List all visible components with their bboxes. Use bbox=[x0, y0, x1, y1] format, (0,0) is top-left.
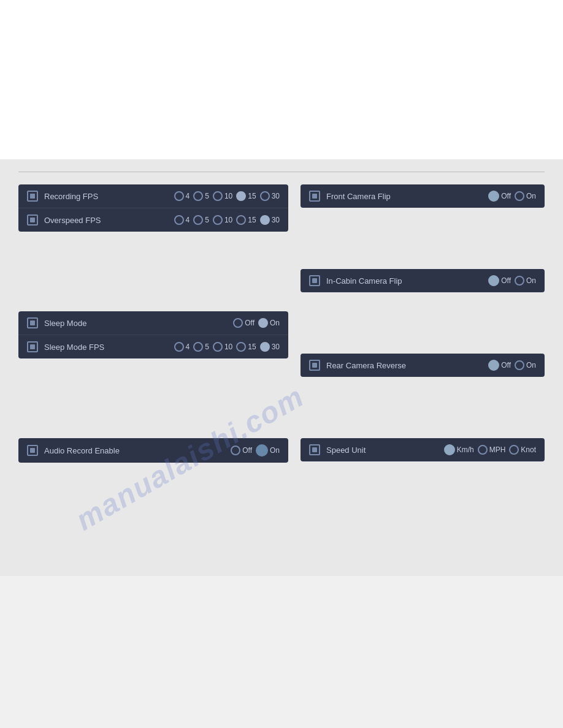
overspeed-fps-30-label: 30 bbox=[272, 216, 280, 224]
sleep-fps-10-circle[interactable] bbox=[213, 342, 223, 352]
recording-fps-4-circle[interactable] bbox=[174, 191, 184, 201]
incabin-flip-off[interactable]: Off bbox=[488, 275, 511, 286]
sleep-fps-15[interactable]: 15 bbox=[236, 342, 256, 352]
overspeed-fps-5-circle[interactable] bbox=[193, 215, 203, 225]
overspeed-fps-4[interactable]: 4 bbox=[174, 215, 190, 225]
sleep-fps-4-circle[interactable] bbox=[174, 342, 184, 352]
sleep-fps-15-circle[interactable] bbox=[236, 342, 246, 352]
audio-card: Audio Record Enable Off On bbox=[18, 438, 288, 463]
sleep-mode-fps-radio-group: 4 5 10 15 bbox=[174, 342, 280, 352]
recording-fps-10-circle[interactable] bbox=[213, 191, 223, 201]
rear-reverse-off-label: Off bbox=[501, 361, 511, 370]
sleep-fps-5[interactable]: 5 bbox=[193, 342, 209, 352]
recording-fps-5-label: 5 bbox=[205, 192, 209, 200]
overspeed-fps-icon bbox=[27, 214, 38, 226]
recording-fps-10[interactable]: 10 bbox=[213, 191, 232, 201]
incabin-flip-off-circle[interactable] bbox=[488, 275, 499, 286]
recording-fps-15-circle[interactable] bbox=[236, 191, 246, 201]
speed-mph-circle[interactable] bbox=[478, 445, 488, 455]
overspeed-fps-label: Overspeed FPS bbox=[44, 216, 174, 225]
audio-record-icon bbox=[27, 445, 38, 456]
speed-kmh-circle[interactable] bbox=[444, 444, 455, 455]
recording-fps-15[interactable]: 15 bbox=[236, 191, 256, 201]
audio-off-circle[interactable] bbox=[231, 446, 240, 455]
speed-kmh[interactable]: Km/h bbox=[444, 444, 474, 455]
two-column-layout: Recording FPS 4 5 bbox=[18, 184, 545, 475]
audio-record-radio-group: Off On bbox=[231, 444, 280, 457]
incabin-camera-flip-row: In-Cabin Camera Flip Off On bbox=[301, 269, 545, 292]
rear-reverse-off[interactable]: Off bbox=[488, 360, 511, 371]
overspeed-fps-5[interactable]: 5 bbox=[193, 215, 209, 225]
front-camera-flip-label: Front Camera Flip bbox=[326, 192, 488, 201]
speed-unit-icon bbox=[309, 444, 320, 455]
rear-reverse-on[interactable]: On bbox=[515, 360, 536, 370]
left-spacer-1 bbox=[18, 244, 288, 311]
speed-kmh-label: Km/h bbox=[457, 446, 474, 454]
incabin-camera-flip-label: In-Cabin Camera Flip bbox=[326, 276, 488, 286]
front-flip-off-label: Off bbox=[501, 192, 511, 200]
recording-fps-4-label: 4 bbox=[186, 192, 190, 200]
front-camera-flip-radio-group: Off On bbox=[488, 191, 536, 202]
rear-reverse-off-circle[interactable] bbox=[488, 360, 499, 371]
sleep-mode-off-circle[interactable] bbox=[233, 318, 243, 328]
audio-on-circle[interactable] bbox=[256, 444, 268, 457]
front-flip-on-label: On bbox=[526, 192, 536, 200]
fps-card: Recording FPS 4 5 bbox=[18, 184, 288, 232]
front-flip-on[interactable]: On bbox=[515, 191, 536, 201]
sleep-mode-fps-row: Sleep Mode FPS 4 5 bbox=[18, 335, 288, 358]
overspeed-fps-10-circle[interactable] bbox=[213, 215, 223, 225]
overspeed-fps-4-label: 4 bbox=[186, 216, 190, 224]
sleep-fps-30-circle[interactable] bbox=[260, 342, 270, 352]
speed-unit-row: Speed Unit Km/h MPH bbox=[301, 438, 545, 461]
sleep-fps-5-circle[interactable] bbox=[193, 342, 203, 352]
recording-fps-30[interactable]: 30 bbox=[260, 191, 280, 201]
incabin-flip-on[interactable]: On bbox=[515, 276, 536, 286]
left-spacer-2 bbox=[18, 371, 288, 438]
main-content: Recording FPS 4 5 bbox=[0, 159, 563, 576]
sleep-fps-15-label: 15 bbox=[248, 343, 256, 351]
audio-on[interactable]: On bbox=[256, 444, 280, 457]
recording-fps-30-circle[interactable] bbox=[260, 191, 270, 201]
incabin-camera-flip-card: In-Cabin Camera Flip Off On bbox=[301, 269, 545, 292]
sleep-mode-row: Sleep Mode Off On bbox=[18, 311, 288, 335]
audio-off[interactable]: Off bbox=[231, 446, 252, 455]
overspeed-fps-15-circle[interactable] bbox=[236, 215, 246, 225]
sleep-mode-off-label: Off bbox=[245, 319, 255, 327]
sleep-fps-4[interactable]: 4 bbox=[174, 342, 190, 352]
sleep-fps-10[interactable]: 10 bbox=[213, 342, 232, 352]
rear-reverse-on-circle[interactable] bbox=[515, 360, 524, 370]
recording-fps-5-circle[interactable] bbox=[193, 191, 203, 201]
front-flip-off-circle[interactable] bbox=[488, 191, 499, 202]
front-flip-on-circle[interactable] bbox=[515, 191, 524, 201]
sleep-mode-off[interactable]: Off bbox=[233, 318, 255, 328]
speed-knot[interactable]: Knot bbox=[509, 445, 536, 455]
sleep-fps-30[interactable]: 30 bbox=[260, 342, 280, 352]
recording-fps-row: Recording FPS 4 5 bbox=[18, 184, 288, 208]
recording-fps-4[interactable]: 4 bbox=[174, 191, 190, 201]
front-camera-flip-icon bbox=[309, 191, 320, 202]
recording-fps-5[interactable]: 5 bbox=[193, 191, 209, 201]
sleep-fps-10-label: 10 bbox=[224, 343, 232, 351]
audio-on-label: On bbox=[270, 446, 280, 455]
front-camera-flip-row: Front Camera Flip Off On bbox=[301, 184, 545, 208]
front-flip-off[interactable]: Off bbox=[488, 191, 511, 202]
incabin-flip-off-label: Off bbox=[501, 276, 511, 285]
sleep-mode-on-circle[interactable] bbox=[258, 318, 268, 328]
speed-unit-card: Speed Unit Km/h MPH bbox=[301, 438, 545, 461]
recording-fps-10-label: 10 bbox=[224, 192, 232, 200]
sleep-fps-4-label: 4 bbox=[186, 343, 190, 351]
overspeed-fps-10-label: 10 bbox=[224, 216, 232, 224]
overspeed-fps-4-circle[interactable] bbox=[174, 215, 184, 225]
rear-camera-reverse-radio-group: Off On bbox=[488, 360, 536, 371]
speed-mph[interactable]: MPH bbox=[478, 445, 506, 455]
overspeed-fps-30-circle[interactable] bbox=[260, 215, 270, 225]
overspeed-fps-10[interactable]: 10 bbox=[213, 215, 232, 225]
overspeed-fps-15[interactable]: 15 bbox=[236, 215, 256, 225]
incabin-flip-on-circle[interactable] bbox=[515, 276, 524, 286]
speed-knot-circle[interactable] bbox=[509, 445, 519, 455]
sleep-mode-fps-label: Sleep Mode FPS bbox=[44, 343, 174, 352]
overspeed-fps-30[interactable]: 30 bbox=[260, 215, 280, 225]
recording-fps-15-label: 15 bbox=[248, 192, 256, 200]
sleep-mode-on[interactable]: On bbox=[258, 318, 280, 328]
front-camera-flip-card: Front Camera Flip Off On bbox=[301, 184, 545, 208]
